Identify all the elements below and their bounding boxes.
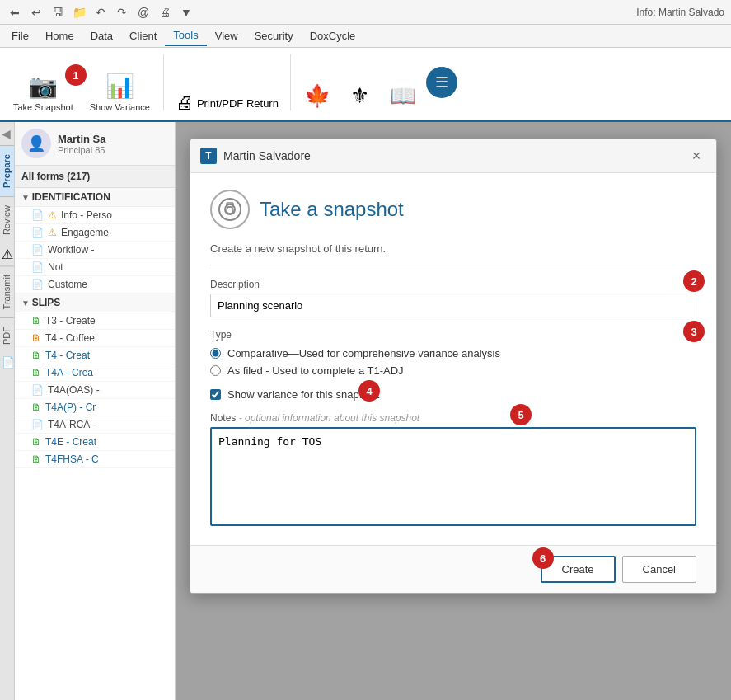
list-item[interactable]: 📄 ⚠ Info - Perso xyxy=(15,207,175,224)
menu-client[interactable]: Client xyxy=(121,26,165,45)
list-item[interactable]: 📄 Not xyxy=(15,259,175,276)
book-icon-button[interactable]: 📖 xyxy=(383,74,423,117)
item-text: T4 - Coffee xyxy=(45,332,95,344)
list-item[interactable]: 🗎 T4 - Coffee xyxy=(15,330,175,347)
item-text: Engageme xyxy=(61,227,109,238)
print-pdf-button[interactable]: 🖨 Print/PDF Return xyxy=(171,89,283,117)
prepare-panel: 👤 Martin Sa Principal 85 All forms (217)… xyxy=(15,122,176,700)
forms-tree: IDENTIFICATION 📄 ⚠ Info - Perso 📄 ⚠ Enga… xyxy=(15,188,175,700)
sidebar-tab-prepare[interactable]: Prepare xyxy=(0,145,14,196)
cancel-button[interactable]: Cancel xyxy=(622,556,696,583)
collapse-button[interactable]: ◀ xyxy=(0,122,14,145)
doc-plus-icon: 🗎 xyxy=(31,350,41,361)
sidebar-tab-transmit[interactable]: Transmit xyxy=(0,265,14,317)
menu-view[interactable]: View xyxy=(207,26,246,45)
forms-header: All forms (217) xyxy=(15,166,175,188)
email-icon[interactable]: @ xyxy=(135,4,152,21)
menu-data[interactable]: Data xyxy=(82,26,121,45)
menu-circle-button[interactable]: ☰ xyxy=(426,67,457,98)
menu-security[interactable]: Security xyxy=(246,26,302,45)
item-text: Custome xyxy=(48,279,87,290)
sidebar-tab-pdf[interactable]: PDF xyxy=(0,317,14,353)
svg-point-0 xyxy=(219,199,241,220)
client-sub: Principal 85 xyxy=(58,145,106,155)
list-item[interactable]: 📄 ⚠ Engageme xyxy=(15,224,175,242)
doc-icon-orange: 🗎 xyxy=(31,332,41,344)
tree-section-slips[interactable]: SLIPS xyxy=(15,294,175,312)
badge-2: 2 xyxy=(683,270,705,292)
list-item[interactable]: 🗎 T4A(P) - Cr xyxy=(15,399,175,416)
list-item[interactable]: 📄 T4A-RCA - xyxy=(15,416,175,434)
ribbon-divider-1 xyxy=(163,54,164,110)
show-variance-option[interactable]: Show variance for this snapshot 4 xyxy=(210,388,696,401)
ribbon-divider-2 xyxy=(290,54,291,110)
list-item[interactable]: 🗎 T4E - Creat xyxy=(15,434,175,451)
list-item[interactable]: 📄 T4A(OAS) - xyxy=(15,382,175,399)
item-text: T4A - Crea xyxy=(45,367,93,378)
radio-comparative-input[interactable] xyxy=(210,348,221,359)
badge-6: 6 xyxy=(532,547,554,569)
list-item[interactable]: 🗎 T4FHSA - C xyxy=(15,451,175,468)
doc-icon: 📄 xyxy=(31,209,44,221)
snapshot-camera-icon xyxy=(210,190,250,229)
description-label: Description xyxy=(210,279,696,290)
doc-icon: 📄 xyxy=(31,227,44,238)
dropdown-icon[interactable]: ▼ xyxy=(178,4,194,21)
doc-plus-icon: 🗎 xyxy=(31,367,41,378)
menu-home[interactable]: Home xyxy=(37,26,82,45)
badge-1: 1 xyxy=(65,64,87,86)
notes-textarea[interactable]: Planning for TOS xyxy=(210,427,696,526)
history-icon[interactable]: ↩ xyxy=(28,4,45,21)
menu-tools[interactable]: Tools xyxy=(165,26,206,46)
radio-asfiled-label: As filed - Used to complete a T1-ADJ xyxy=(227,364,404,377)
content-area: T Martin Salvadore × xyxy=(176,122,731,700)
tree-section-identification[interactable]: IDENTIFICATION xyxy=(15,188,175,207)
show-variance-checkbox[interactable] xyxy=(210,389,221,400)
doc-icon: 📄 xyxy=(31,419,44,430)
list-item[interactable]: 🗎 T4 - Creat xyxy=(15,347,175,364)
snapshot-title: Take a snapshot xyxy=(260,198,404,221)
client-info: Martin Sa Principal 85 xyxy=(58,133,106,155)
fleurdelis-icon-button[interactable]: ⚜ xyxy=(340,74,380,117)
badge-5: 5 xyxy=(510,404,532,425)
doc-icon: 📄 xyxy=(31,244,44,256)
notes-field: Notes - optional information about this … xyxy=(210,412,696,529)
item-text: T4A(OAS) - xyxy=(48,384,100,396)
modal-close-button[interactable]: × xyxy=(686,146,706,166)
sidebar-tab-review[interactable]: Review xyxy=(0,196,14,243)
show-variance-button[interactable]: 📊 Show Variance xyxy=(83,68,157,117)
left-sidebar-tabs: ◀ Prepare Review ⚠ Transmit PDF 📄 xyxy=(0,122,15,700)
menu-doxcycle[interactable]: DoxCycle xyxy=(302,26,364,45)
list-item[interactable]: 📄 Workflow - xyxy=(15,242,175,259)
client-name: Martin Sa xyxy=(58,133,106,145)
redo-icon[interactable]: ↷ xyxy=(114,4,130,21)
radio-comparative[interactable]: Comparative—Used for comprehensive varia… xyxy=(210,347,696,359)
menu-file[interactable]: File xyxy=(3,26,37,45)
radio-asfiled-input[interactable] xyxy=(210,365,221,376)
modal-overlay: T Martin Salvadore × xyxy=(176,122,731,700)
undo-icon[interactable]: ↶ xyxy=(92,4,109,21)
save-icon[interactable]: 🖫 xyxy=(49,4,66,21)
item-text: T4A(P) - Cr xyxy=(45,402,96,413)
svg-point-3 xyxy=(227,207,233,214)
canada-icon-button[interactable]: 🍁 xyxy=(298,74,337,117)
list-item[interactable]: 📄 Custome xyxy=(15,276,175,294)
type-field: Type Comparative—Used for comprehensive … xyxy=(210,329,696,377)
ribbon: 📷 Take Snapshot 1 📊 Show Variance 🖨 Prin… xyxy=(0,48,731,122)
print-icon[interactable]: 🖨 xyxy=(157,4,173,21)
warn-icon: ⚠ xyxy=(48,209,57,221)
item-text: T4A-RCA - xyxy=(48,419,96,430)
badge-4: 4 xyxy=(358,380,380,402)
pdf-icon: 📄 xyxy=(0,353,14,372)
doc-plus-icon: 🗎 xyxy=(31,402,41,413)
open-icon[interactable]: 📁 xyxy=(71,4,87,21)
description-input[interactable] xyxy=(210,294,696,317)
back-icon[interactable]: ⬅ xyxy=(7,4,23,21)
list-item[interactable]: 🗎 T3 - Create xyxy=(15,312,175,330)
item-text: Not xyxy=(48,261,63,273)
item-text: T3 - Create xyxy=(45,315,96,327)
main-area: ◀ Prepare Review ⚠ Transmit PDF 📄 👤 Mart… xyxy=(0,122,731,700)
radio-asfiled[interactable]: As filed - Used to complete a T1-ADJ xyxy=(210,364,696,377)
list-item[interactable]: 🗎 T4A - Crea xyxy=(15,364,175,382)
snapshot-header: Take a snapshot xyxy=(210,190,696,229)
